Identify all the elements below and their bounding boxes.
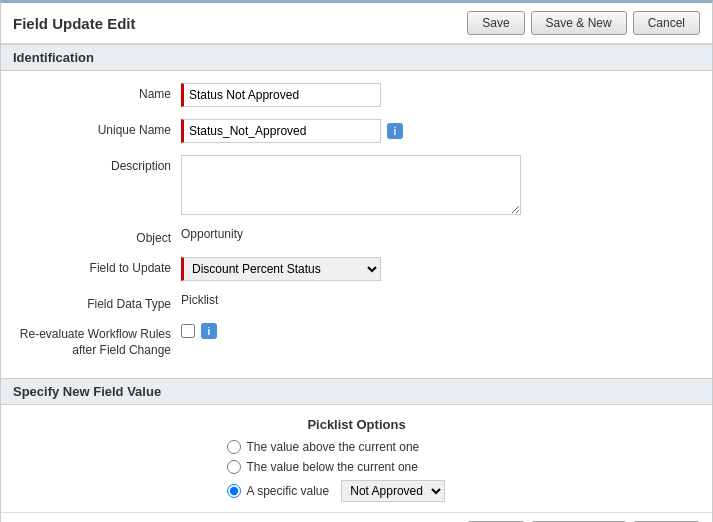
footer-bar: Save Save & New Cancel	[1, 512, 712, 522]
name-input[interactable]	[181, 83, 381, 107]
radio-below-label: The value below the current one	[247, 460, 418, 474]
specific-value-select[interactable]: Not Approved Approved Pending	[341, 480, 445, 502]
re-evaluate-value: i	[181, 323, 712, 339]
header-bar: Field Update Edit Save Save & New Cancel	[1, 3, 712, 44]
re-evaluate-label: Re-evaluate Workflow Rules after Field C…	[1, 323, 181, 358]
name-label: Name	[1, 83, 181, 101]
unique-name-row: Unique Name i	[1, 117, 712, 145]
radio-below[interactable]	[227, 460, 241, 474]
description-textarea[interactable]	[181, 155, 521, 215]
picklist-options: The value above the current one The valu…	[157, 440, 557, 502]
picklist-options-label: Picklist Options	[157, 417, 557, 432]
description-value	[181, 155, 712, 215]
specify-section: Picklist Options The value above the cur…	[1, 405, 712, 512]
field-data-type-row: Field Data Type Picklist	[1, 291, 712, 313]
unique-name-label: Unique Name	[1, 119, 181, 137]
field-data-type-label: Field Data Type	[1, 293, 181, 311]
radio-row-above: The value above the current one	[187, 440, 527, 454]
unique-name-input[interactable]	[181, 119, 381, 143]
field-to-update-label: Field to Update	[1, 257, 181, 275]
radio-above[interactable]	[227, 440, 241, 454]
field-to-update-row: Field to Update Discount Percent Status	[1, 255, 712, 283]
name-row: Name	[1, 81, 712, 109]
field-data-type-value: Picklist	[181, 293, 712, 307]
specify-section-header: Specify New Field Value	[1, 378, 712, 405]
radio-above-label: The value above the current one	[247, 440, 420, 454]
object-row: Object Opportunity	[1, 225, 712, 247]
header-save-new-button[interactable]: Save & New	[531, 11, 627, 35]
radio-row-below: The value below the current one	[187, 460, 527, 474]
re-evaluate-checkbox-wrap: i	[181, 323, 217, 339]
unique-name-value: i	[181, 119, 712, 143]
header-save-button[interactable]: Save	[467, 11, 524, 35]
field-to-update-select[interactable]: Discount Percent Status	[181, 257, 381, 281]
re-evaluate-checkbox[interactable]	[181, 324, 195, 338]
name-value	[181, 83, 712, 107]
page-title: Field Update Edit	[13, 15, 136, 32]
object-label: Object	[1, 227, 181, 245]
header-cancel-button[interactable]: Cancel	[633, 11, 700, 35]
re-evaluate-row: Re-evaluate Workflow Rules after Field C…	[1, 321, 712, 360]
object-value: Opportunity	[181, 227, 712, 241]
identification-form: Name Unique Name i Description Object Op…	[1, 71, 712, 378]
radio-specific[interactable]	[227, 484, 241, 498]
radio-specific-label: A specific value	[247, 484, 330, 498]
field-to-update-value: Discount Percent Status	[181, 257, 712, 281]
object-text: Opportunity	[181, 227, 243, 241]
re-evaluate-info-icon[interactable]: i	[201, 323, 217, 339]
identification-section-header: Identification	[1, 44, 712, 71]
description-row: Description	[1, 153, 712, 217]
unique-name-info-icon[interactable]: i	[387, 123, 403, 139]
description-label: Description	[1, 155, 181, 173]
header-buttons: Save Save & New Cancel	[467, 11, 700, 35]
field-data-type-text: Picklist	[181, 293, 218, 307]
radio-row-specific: A specific value Not Approved Approved P…	[187, 480, 527, 502]
